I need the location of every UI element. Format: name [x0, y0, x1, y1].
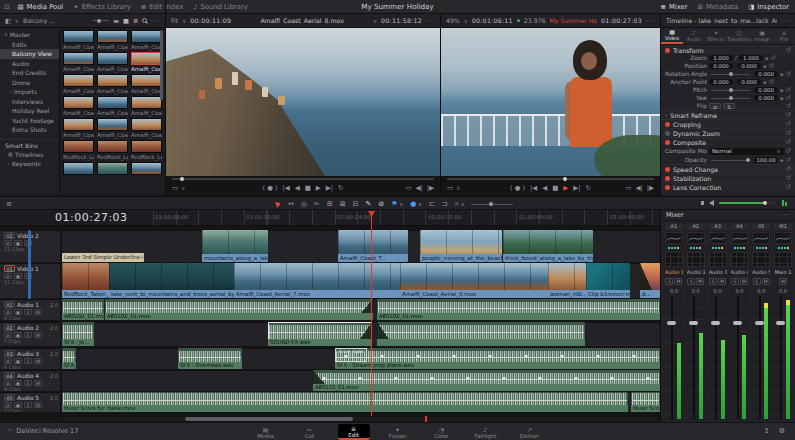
media-clip[interactable]: Amalfi_Coast_A...: [97, 52, 128, 74]
source-clip-name[interactable]: Amalfi_Coast_Aerial_8.mov: [235, 17, 369, 24]
section-toggle[interactable]: [665, 131, 670, 136]
solo-button[interactable]: S: [731, 278, 739, 285]
mute-icon[interactable]: M: [34, 332, 42, 338]
mute-icon[interactable]: M: [34, 380, 42, 386]
marker-icon[interactable]: ●: [410, 200, 416, 208]
dynamic-trim-icon[interactable]: ◎: [301, 200, 307, 208]
chevron-down-icon[interactable]: ∨: [418, 201, 422, 207]
grid-view-icon[interactable]: ▦: [123, 17, 129, 24]
sidebar-item-holiday-reel[interactable]: Holiday Reel: [0, 106, 59, 116]
media-pool-scrollbar[interactable]: [160, 30, 163, 100]
timeline-clip-video[interactable]: RedRock_Taken_5...: [62, 263, 109, 298]
solo-icon[interactable]: S: [24, 332, 32, 338]
playhead[interactable]: [371, 212, 372, 416]
goto-out-icon[interactable]: |▶: [647, 184, 654, 192]
sidebar-item-interviews[interactable]: Interviews: [0, 97, 59, 107]
solo-button[interactable]: S: [753, 278, 761, 285]
play-icon[interactable]: ▶: [316, 184, 321, 192]
jog-control[interactable]: ( ● ): [263, 184, 278, 192]
link-clips-icon[interactable]: ⊘: [378, 200, 384, 208]
tab-transition[interactable]: ◫Transition: [727, 28, 751, 44]
timeline-clip-video[interactable]: Amalfi_Coast_Aerial_7.mov: [234, 263, 400, 298]
meters-icon[interactable]: [782, 200, 787, 206]
page-tab-fairlight[interactable]: ♪Fairlight: [470, 426, 502, 439]
sidebar-item-end-credits[interactable]: End Credits: [0, 68, 59, 78]
loop-region-icon[interactable]: ▭: [625, 184, 631, 192]
section-toggle[interactable]: [665, 48, 670, 53]
mute-button[interactable]: M: [696, 278, 704, 285]
more-options-icon[interactable]: ···: [646, 17, 655, 24]
pan-pad[interactable]: [774, 252, 792, 267]
composite-mode-dropdown[interactable]: Normal∨: [709, 148, 784, 155]
skip-fwd-icon[interactable]: ▶|: [573, 184, 580, 192]
keyframe-icon[interactable]: ◆: [780, 88, 783, 93]
settings-gear-icon[interactable]: ⚙: [779, 427, 785, 435]
flag-icon[interactable]: ⚑: [391, 200, 397, 208]
reset-icon[interactable]: ↺: [786, 94, 791, 102]
track-destination-button[interactable]: A1: [4, 301, 15, 308]
eq-curve-display[interactable]: [709, 232, 727, 244]
timeline-clip-audio[interactable]: SOUND-FX.wav: [268, 322, 372, 346]
fader[interactable]: [731, 296, 749, 419]
strip-view-icon[interactable]: ▬: [113, 17, 119, 24]
eq-curve-display[interactable]: [665, 232, 683, 244]
timeline-clip-video[interactable]: thick_forest_along_a_lake_by_the_mountai…: [503, 230, 593, 262]
sidebar-item-extra-shots[interactable]: Extra Shots: [0, 125, 59, 135]
media-clip[interactable]: Amalfi_Coast_T...: [131, 96, 162, 118]
eq-curve-display[interactable]: [687, 232, 705, 244]
window-icon[interactable]: ⊡: [4, 3, 9, 11]
reset-icon[interactable]: ↺: [786, 120, 791, 128]
fader[interactable]: [774, 296, 792, 419]
page-tab-deliver[interactable]: ↗Deliver: [514, 426, 546, 439]
lock-icon[interactable]: ⊘: [4, 273, 12, 279]
value-field-x[interactable]: 1.000: [709, 55, 733, 62]
timeline-clip-video[interactable]: lake_next_to_mountains_and_trees_aerial_…: [109, 263, 234, 298]
chevron-down-icon[interactable]: ∨: [182, 18, 186, 24]
timeline-clip-audio[interactable]: Music Score for Trailer.mov: [631, 392, 660, 412]
loop-icon[interactable]: ↻: [586, 184, 591, 192]
zoom-detail-icon[interactable]: ⊐: [442, 200, 448, 208]
solo-button[interactable]: S: [687, 278, 695, 285]
trim-edit-icon[interactable]: ↔: [288, 200, 294, 208]
sidebar-item-imports[interactable]: ›Imports: [0, 87, 59, 97]
goto-out-icon[interactable]: |▶: [427, 184, 434, 192]
track-header-a1[interactable]: A1Audio 12.0⊘▣SM6 Clips: [0, 299, 60, 320]
auto-select-icon[interactable]: ▣: [14, 240, 22, 246]
flip-horizontal-button[interactable]: ⇄: [709, 103, 721, 110]
auto-select-icon[interactable]: ▣: [14, 402, 22, 408]
pointer-tool-icon[interactable]: [275, 200, 282, 207]
lock-icon[interactable]: ⊘: [4, 309, 12, 315]
mute-button[interactable]: M: [718, 278, 726, 285]
mute-button[interactable]: M: [674, 278, 682, 285]
media-clip[interactable]: [63, 162, 94, 184]
section-stabilization[interactable]: Stabilization↺: [661, 173, 795, 182]
viewer-zoom-dropdown[interactable]: Fit: [171, 17, 178, 24]
chevron-down-icon[interactable]: ∨: [373, 18, 377, 24]
snap-icon[interactable]: ⊏: [429, 200, 435, 208]
eq-curve-display[interactable]: [731, 232, 749, 244]
timeline-clip-video[interactable]: woman_ridi...: [548, 263, 586, 298]
fader[interactable]: [665, 296, 683, 419]
reset-icon[interactable]: ↺: [786, 174, 791, 182]
media-clip[interactable]: Amalfi_Coast_T...: [131, 118, 162, 140]
timeline-clip-video[interactable]: Clip b1reescr-img...: [586, 263, 630, 298]
reset-icon[interactable]: ↺: [786, 70, 791, 78]
eq-curve-display[interactable]: [774, 232, 792, 244]
timeline-zoom-slider[interactable]: [471, 204, 513, 205]
pan-pad[interactable]: [752, 252, 770, 267]
topbar-item-inspector[interactable]: ◨Inspector: [748, 3, 789, 11]
slider-knob[interactable]: [729, 88, 734, 93]
timeline-clip-audio[interactable]: A8010Z_01.mov: [105, 299, 373, 320]
mute-button[interactable]: M: [762, 278, 770, 285]
timeline-ruler[interactable]: 01:00:08:0001:00:16:0001:00:24:0001:00:3…: [0, 210, 660, 226]
timeline-clip-audio[interactable]: SFX - Overhead.wav: [178, 348, 242, 369]
pen-icon[interactable]: ✎: [365, 200, 371, 208]
value-field-x[interactable]: 0.000: [709, 79, 733, 86]
slider-track[interactable]: [711, 160, 750, 161]
tab-audio[interactable]: ♪Audio: [683, 28, 705, 44]
timeline-name[interactable]: My Summer Holiday Edit: [550, 17, 598, 24]
lock-icon[interactable]: ⊘: [4, 380, 12, 386]
timeline-clip-video[interactable]: people_running_at_the_beach_in_long...: [420, 230, 502, 262]
section-speed-change[interactable]: Speed Change↺: [661, 164, 795, 173]
bin-view-icon[interactable]: ◧: [5, 17, 11, 24]
